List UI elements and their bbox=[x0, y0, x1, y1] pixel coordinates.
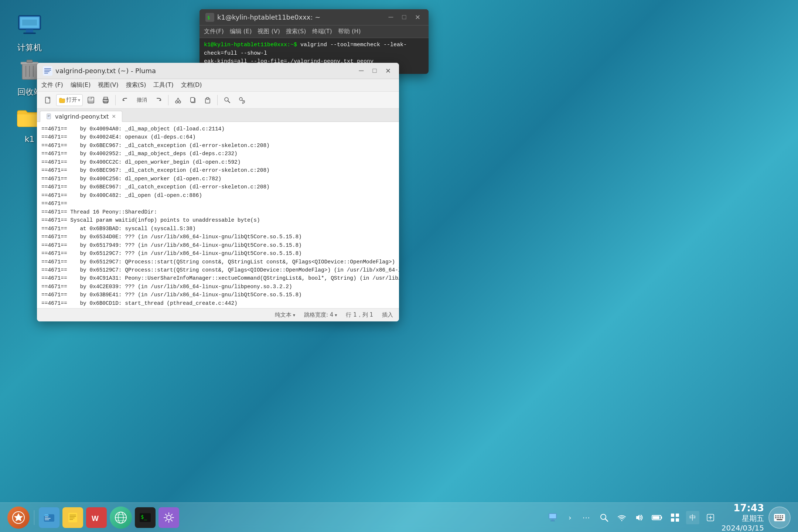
keyboard-toggle-button[interactable] bbox=[768, 507, 791, 529]
editor-text-area[interactable]: ==4671== by 0x40094A0: _dl_map_object (d… bbox=[37, 122, 399, 308]
svg-rect-17 bbox=[44, 71, 50, 72]
svg-rect-69 bbox=[661, 516, 662, 519]
taskbar-separator-1 bbox=[34, 510, 34, 525]
svg-rect-33 bbox=[191, 98, 194, 102]
editor-close-button[interactable]: ✕ bbox=[383, 66, 393, 76]
terminal-title-text: k1@kylin-hptablet11be0xxx: ~ bbox=[217, 13, 320, 21]
editor-title-icon bbox=[43, 66, 52, 76]
tray-input-label: 中 bbox=[689, 513, 696, 522]
toolbar-print-button[interactable] bbox=[99, 93, 112, 107]
editor-statusbar: 纯文本 跳格宽度: 4 行 1，列 1 插入 bbox=[37, 308, 399, 321]
svg-point-29 bbox=[178, 101, 181, 103]
svg-rect-80 bbox=[777, 515, 779, 516]
svg-rect-47 bbox=[45, 518, 51, 519]
toolbar-undo-button[interactable] bbox=[119, 93, 132, 107]
toolbar-open-button[interactable]: 打开 ▾ bbox=[56, 94, 83, 106]
taskbar-app-note[interactable] bbox=[62, 507, 83, 528]
terminal-minimize-button[interactable]: ─ bbox=[386, 12, 396, 23]
editor-title: valgrind-peony.txt (~) - Pluma bbox=[43, 66, 156, 76]
toolbar-save-button[interactable] bbox=[84, 93, 98, 107]
terminal-title: $ k1@kylin-hptablet11be0xxx: ~ bbox=[205, 13, 320, 22]
current-weekday-date: 星期五 bbox=[722, 514, 764, 524]
tray-wifi-icon[interactable] bbox=[615, 511, 628, 524]
editor-menubar: 文件 (F) 编辑(E) 视图(V) 搜索(S) 工具(T) 文档(D) bbox=[37, 79, 399, 92]
terminal-close-button[interactable]: ✕ bbox=[412, 12, 423, 23]
svg-point-28 bbox=[175, 101, 178, 103]
svg-text:$_: $_ bbox=[141, 514, 147, 520]
svg-rect-51 bbox=[69, 516, 76, 517]
editor-tabs: valgrind-peony.txt ✕ bbox=[37, 109, 399, 122]
terminal-menu-terminal[interactable]: 终端(T) bbox=[312, 28, 332, 35]
editor-menu-file[interactable]: 文件 (F) bbox=[41, 81, 63, 89]
taskbar-time[interactable]: 17:43 星期五 2024/03/15 bbox=[722, 502, 764, 532]
tray-volume-icon[interactable] bbox=[633, 511, 646, 524]
tray-grid-icon[interactable] bbox=[668, 511, 682, 524]
editor-toolbar: 打开 ▾ bbox=[37, 92, 399, 109]
terminal-menubar: 文件(F) 编辑 (E) 视图 (V) 搜索(S) 终端(T) 帮助 (H) bbox=[200, 25, 429, 38]
tray-expand-button[interactable]: › bbox=[565, 512, 575, 523]
editor-menu-docs[interactable]: 文档(D) bbox=[181, 81, 202, 89]
svg-point-27 bbox=[107, 100, 108, 100]
editor-menu-search[interactable]: 搜索(S) bbox=[126, 81, 146, 89]
svg-rect-23 bbox=[88, 100, 93, 103]
system-tray: › ⋯ bbox=[547, 502, 791, 532]
tray-dots[interactable]: ⋯ bbox=[580, 511, 593, 524]
toolbar-undo-text: 撤消 bbox=[137, 97, 147, 103]
editor-title-text: valgrind-peony.txt (~) - Pluma bbox=[55, 67, 156, 75]
terminal-menu-help[interactable]: 帮助 (H) bbox=[338, 28, 361, 35]
taskbar-app-files[interactable] bbox=[39, 507, 59, 528]
toolbar-separator-3 bbox=[217, 95, 218, 105]
svg-line-30 bbox=[177, 98, 178, 101]
terminal-prompt-1: k1@kylin-hptablet11be0xxx:~$ bbox=[204, 42, 297, 48]
terminal-window-controls: ─ □ ✕ bbox=[386, 12, 423, 23]
toolbar-find-button[interactable] bbox=[221, 93, 234, 107]
tray-battery-icon[interactable] bbox=[651, 511, 664, 524]
status-format[interactable]: 纯文本 bbox=[275, 311, 295, 318]
svg-rect-22 bbox=[89, 97, 91, 99]
terminal-menu-edit[interactable]: 编辑 (E) bbox=[230, 28, 252, 35]
status-tab-width[interactable]: 跳格宽度: 4 bbox=[304, 311, 337, 318]
svg-rect-48 bbox=[45, 519, 49, 520]
tab-close-button[interactable]: ✕ bbox=[112, 113, 116, 119]
taskbar-app-settings[interactable] bbox=[158, 507, 179, 528]
editor-menu-edit[interactable]: 编辑(E) bbox=[71, 81, 91, 89]
terminal-maximize-button[interactable]: □ bbox=[399, 12, 409, 23]
editor-menu-tools[interactable]: 工具(T) bbox=[153, 81, 173, 89]
toolbar-copy-button[interactable] bbox=[186, 93, 200, 107]
terminal-menu-view[interactable]: 视图 (V) bbox=[258, 28, 280, 35]
toolbar-replace-button[interactable] bbox=[235, 93, 249, 107]
svg-rect-16 bbox=[44, 70, 51, 71]
tab-name: valgrind-peony.txt bbox=[55, 113, 109, 120]
editor-window-controls: ─ □ ✕ bbox=[356, 66, 393, 76]
svg-line-31 bbox=[178, 98, 180, 101]
svg-rect-70 bbox=[653, 516, 659, 519]
tray-active-app[interactable] bbox=[547, 511, 560, 524]
editor-maximize-button[interactable]: □ bbox=[369, 66, 380, 76]
toolbar-cut-button[interactable] bbox=[171, 93, 185, 107]
toolbar-redo-button[interactable] bbox=[152, 93, 165, 107]
taskbar-app-browser[interactable] bbox=[110, 507, 132, 529]
taskbar-app-wps[interactable]: W bbox=[86, 507, 107, 528]
tray-indicator-1[interactable] bbox=[704, 511, 717, 524]
svg-rect-83 bbox=[775, 517, 777, 518]
toolbar-undo-label-button[interactable]: 撤消 bbox=[133, 93, 150, 107]
editor-minimize-button[interactable]: ─ bbox=[356, 66, 366, 76]
editor-menu-view[interactable]: 视图(V) bbox=[98, 81, 118, 89]
svg-rect-3 bbox=[23, 33, 36, 34]
toolbar-new-button[interactable] bbox=[41, 93, 55, 107]
terminal-menu-search[interactable]: 搜索(S) bbox=[286, 28, 306, 35]
status-tab-width-label: 跳格宽度: 4 bbox=[304, 311, 333, 318]
current-time: 17:43 bbox=[722, 502, 764, 514]
desktop-icon-computer[interactable]: 计算机 bbox=[7, 7, 52, 56]
taskbar-apps: W $_ bbox=[7, 507, 179, 529]
toolbar-paste-button[interactable] bbox=[201, 93, 214, 107]
svg-rect-35 bbox=[207, 98, 209, 99]
editor-tab-valgrind[interactable]: valgrind-peony.txt ✕ bbox=[40, 111, 122, 122]
tray-input-icon[interactable]: 中 bbox=[686, 511, 699, 524]
terminal-menu-file[interactable]: 文件(F) bbox=[204, 28, 224, 35]
taskbar-app-terminal[interactable]: $_ bbox=[135, 507, 156, 528]
computer-icon bbox=[15, 10, 44, 40]
taskbar-app-kylin[interactable] bbox=[7, 507, 30, 529]
desktop: 计算机 回收站 k1 bbox=[0, 0, 798, 532]
tray-search-icon[interactable] bbox=[597, 511, 611, 524]
